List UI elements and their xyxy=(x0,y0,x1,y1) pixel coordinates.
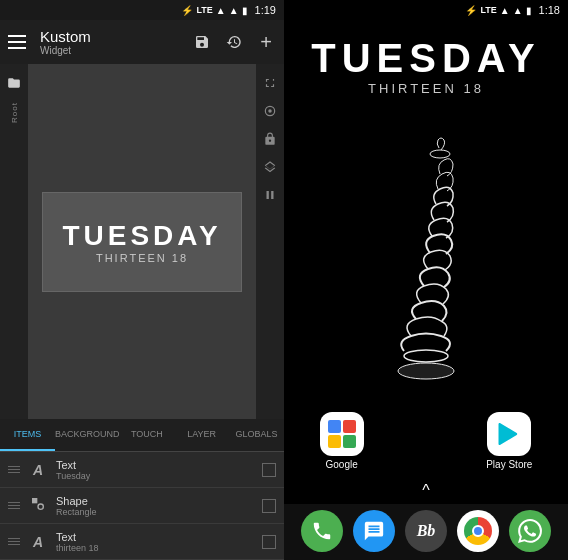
lte-icon: LTE xyxy=(480,5,496,15)
svg-point-3 xyxy=(38,504,43,509)
save-button[interactable] xyxy=(192,32,212,52)
phone-dock-icon[interactable] xyxy=(301,510,343,552)
item-name: Text xyxy=(56,531,254,543)
list-item[interactable]: Shape Rectangle xyxy=(0,488,284,524)
bb-dock-icon[interactable]: Bb xyxy=(405,510,447,552)
whatsapp-dock-icon[interactable] xyxy=(509,510,551,552)
time-display: 1:19 xyxy=(255,4,276,16)
left-status-icons: ⚡ LTE ▲ ▲ ▮ 1:19 xyxy=(181,4,276,16)
widget-canvas[interactable]: TUESDAY THIRTEEN 18 xyxy=(28,64,256,419)
bottom-dock: Bb xyxy=(284,504,568,560)
chrome-dock-icon[interactable] xyxy=(457,510,499,552)
google-app-circle xyxy=(320,412,364,456)
drag-handle[interactable] xyxy=(8,538,20,545)
messages-icon xyxy=(363,520,385,542)
drag-handle[interactable] xyxy=(8,466,20,473)
top-toolbar: Kustom Widget + xyxy=(0,20,284,64)
play-store-logo xyxy=(495,420,523,448)
add-button[interactable]: + xyxy=(256,32,276,52)
svg-point-6 xyxy=(430,150,450,158)
phone-icon xyxy=(311,520,333,542)
svg-point-4 xyxy=(398,363,454,379)
google-g2 xyxy=(343,420,356,433)
drag-handle[interactable] xyxy=(8,502,20,509)
google-logo xyxy=(328,420,356,448)
root-label: Root xyxy=(10,102,19,123)
google-app-label: Google xyxy=(326,459,358,470)
tab-items[interactable]: ITEMS xyxy=(0,419,55,451)
tab-background[interactable]: BACKGROUND xyxy=(55,419,120,451)
item-label: Shape Rectangle xyxy=(56,495,254,517)
right-status-bar: ⚡ LTE ▲ ▲ ▮ 1:18 xyxy=(284,0,568,20)
pause-icon[interactable] xyxy=(259,184,281,206)
toolbar-title-group: Kustom Widget xyxy=(40,28,184,56)
canvas-area: TUESDAY THIRTEEN 18 xyxy=(28,64,256,419)
toolbar-right-icons: + xyxy=(192,32,276,52)
right-status-icons: ⚡ LTE ▲ ▲ ▮ 1:18 xyxy=(465,4,560,16)
lte-icon: LTE xyxy=(196,5,212,15)
list-item[interactable]: A Text thirteen 18 xyxy=(0,524,284,560)
folder-icon[interactable] xyxy=(3,72,25,94)
app-title: Kustom xyxy=(40,28,184,45)
google-g3 xyxy=(328,435,341,448)
phone-day-text: TUESDAY xyxy=(311,36,540,81)
item-label: Text Tuesday xyxy=(56,459,254,481)
tab-layer[interactable]: LAYER xyxy=(174,419,229,451)
messages-dock-icon[interactable] xyxy=(353,510,395,552)
main-content: Root TUESDAY THIRTEEN 18 xyxy=(0,64,284,419)
shape-icon xyxy=(28,496,48,515)
signal-icon: ▲ xyxy=(500,5,510,16)
empty-slot xyxy=(403,412,447,456)
item-checkbox[interactable] xyxy=(262,535,276,549)
app-subtitle: Widget xyxy=(40,45,184,56)
chrome-center xyxy=(472,525,484,537)
bluetooth-icon: ⚡ xyxy=(465,5,477,16)
left-panel: ⚡ LTE ▲ ▲ ▮ 1:19 Kustom Widget + xyxy=(0,0,284,560)
text-icon: A xyxy=(28,462,48,478)
battery-icon: ▮ xyxy=(526,5,532,16)
sculpture-image xyxy=(366,126,486,386)
left-sidebar: Root xyxy=(0,64,28,419)
menu-button[interactable] xyxy=(8,30,32,54)
play-store-circle xyxy=(487,412,531,456)
item-checkbox[interactable] xyxy=(262,499,276,513)
item-type: thirteen 18 xyxy=(56,543,254,553)
item-name: Text xyxy=(56,459,254,471)
item-type: Rectangle xyxy=(56,507,254,517)
play-store-app-icon[interactable]: Play Store xyxy=(486,412,532,470)
target-icon[interactable] xyxy=(259,100,281,122)
wifi-icon: ▲ xyxy=(229,5,239,16)
phone-widget: TUESDAY THIRTEEN 18 xyxy=(284,20,568,104)
bottom-tabs: ITEMS BACKGROUND TOUCH LAYER GLOBALS xyxy=(0,419,284,451)
google-app-icon[interactable]: Google xyxy=(320,412,364,470)
right-panel: ⚡ LTE ▲ ▲ ▮ 1:18 TUESDAY THIRTEEN 18 xyxy=(284,0,568,560)
google-g4 xyxy=(343,435,356,448)
layers-icon[interactable] xyxy=(259,156,281,178)
widget-day-text: TUESDAY xyxy=(62,220,221,252)
text-icon: A xyxy=(28,534,48,550)
battery-icon: ▮ xyxy=(242,5,248,16)
signal-icon: ▲ xyxy=(216,5,226,16)
phone-wallpaper: TUESDAY THIRTEEN 18 xyxy=(284,20,568,560)
tab-touch[interactable]: TOUCH xyxy=(119,419,174,451)
svg-point-5 xyxy=(404,350,448,362)
app-drawer-button[interactable]: ^ xyxy=(284,478,568,504)
widget-preview: TUESDAY THIRTEEN 18 xyxy=(42,192,242,292)
item-name: Shape xyxy=(56,495,254,507)
item-checkbox[interactable] xyxy=(262,463,276,477)
items-list: A Text Tuesday Shape Rectangle xyxy=(0,451,284,560)
bluetooth-icon: ⚡ xyxy=(181,5,193,16)
tab-globals[interactable]: GLOBALS xyxy=(229,419,284,451)
play-store-label: Play Store xyxy=(486,459,532,470)
lock-icon[interactable] xyxy=(259,128,281,150)
right-toolbar xyxy=(256,64,284,419)
list-item[interactable]: A Text Tuesday xyxy=(0,452,284,488)
phone-date-text: THIRTEEN 18 xyxy=(368,81,484,96)
expand-icon[interactable] xyxy=(259,72,281,94)
chevron-up-icon: ^ xyxy=(422,482,430,500)
history-button[interactable] xyxy=(224,32,244,52)
bb-label: Bb xyxy=(417,522,436,540)
wifi-icon: ▲ xyxy=(513,5,523,16)
left-status-bar: ⚡ LTE ▲ ▲ ▮ 1:19 xyxy=(0,0,284,20)
sculpture-container xyxy=(284,104,568,408)
